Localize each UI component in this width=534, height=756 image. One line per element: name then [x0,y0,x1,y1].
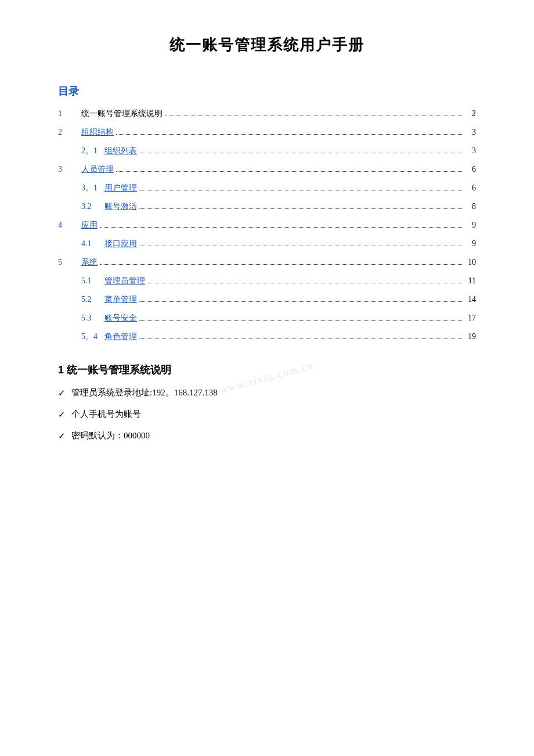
toc-page: 2 [464,109,476,118]
toc-label[interactable]: 账号激活 [104,201,137,212]
toc-page: 3 [464,146,476,156]
toc-page: 9 [464,221,476,230]
checklist-item: ✓个人手机号为账号 [58,409,476,420]
toc-item[interactable]: 5。4角色管理19 [58,332,476,342]
toc-page: 6 [464,183,476,193]
checklist-text: 密码默认为：000000 [71,430,150,441]
toc-page: 19 [464,332,476,341]
toc-dots [139,153,462,153]
toc-dots [165,116,462,116]
toc-label[interactable]: 管理员管理 [104,276,145,286]
toc-label[interactable]: 菜单管理 [104,294,137,305]
toc-dots [147,283,462,283]
toc-item[interactable]: 2。1组织列表3 [58,146,476,156]
toc-item[interactable]: 5.3账号安全17 [58,313,476,323]
toc-dots [139,339,462,339]
check-icon: ✓ [58,409,66,420]
toc-label[interactable]: 角色管理 [104,332,137,342]
toc-page: 17 [464,314,476,323]
toc-label[interactable]: 应用 [81,220,98,231]
toc-section: 目录 1统一账号管理系统说明22组织结构32。1组织列表33人员管理63。1用户… [58,84,476,342]
toc-page: 6 [464,165,476,174]
toc-page: 10 [464,258,476,267]
toc-dots [139,208,462,209]
checklist-item: ✓管理员系统登录地址:192。168.127.138 [58,387,476,398]
toc-item[interactable]: 3.2账号激活8 [58,201,476,212]
toc-dots [100,227,462,228]
section1: 1 统一账号管理系统说明 ✓管理员系统登录地址:192。168.127.138✓… [58,363,476,441]
section1-list: ✓管理员系统登录地址:192。168.127.138✓个人手机号为账号✓密码默认… [58,387,476,441]
section1-heading: 1 统一账号管理系统说明 [58,363,476,377]
toc-label[interactable]: 组织结构 [81,127,114,138]
toc-item[interactable]: 5系统10 [58,257,476,268]
checklist-text: 个人手机号为账号 [71,409,141,420]
toc-page: 11 [464,276,476,286]
check-icon: ✓ [58,388,66,398]
toc-page: 8 [464,202,476,211]
toc-dots [139,320,462,321]
page-title: 统一账号管理系统用户手册 [58,35,476,55]
toc-label: 统一账号管理系统说明 [81,109,163,119]
checklist-text: 管理员系统登录地址:192。168.127.138 [71,387,218,398]
toc-dots [139,301,462,302]
toc-label[interactable]: 用户管理 [104,183,137,193]
toc-label[interactable]: 账号安全 [104,313,137,323]
toc-page: 14 [464,295,476,304]
toc-item[interactable]: 5.1管理员管理11 [58,276,476,286]
toc-item: 1统一账号管理系统说明2 [58,109,476,119]
checklist-item: ✓密码默认为：000000 [58,430,476,441]
toc-heading: 目录 [58,84,476,98]
toc-dots [116,134,462,135]
toc-item[interactable]: 3人员管理6 [58,164,476,175]
toc-item[interactable]: 3。1用户管理6 [58,183,476,193]
toc-page: 9 [464,239,476,249]
toc-dots [100,264,462,265]
toc-item[interactable]: 2组织结构3 [58,127,476,138]
toc-page: 3 [464,128,476,137]
toc-label[interactable]: 接口应用 [104,239,137,249]
toc-dots [139,190,462,190]
toc-item[interactable]: 4.1接口应用9 [58,239,476,249]
toc-label[interactable]: 系统 [81,257,98,268]
toc-label[interactable]: 人员管理 [81,164,114,175]
toc-dots [139,246,462,246]
toc-container: 1统一账号管理系统说明22组织结构32。1组织列表33人员管理63。1用户管理6… [58,109,476,342]
toc-item[interactable]: 4应用9 [58,220,476,231]
toc-item[interactable]: 5.2菜单管理14 [58,294,476,305]
check-icon: ✓ [58,431,66,441]
toc-dots [116,171,462,172]
toc-label[interactable]: 组织列表 [104,146,137,156]
